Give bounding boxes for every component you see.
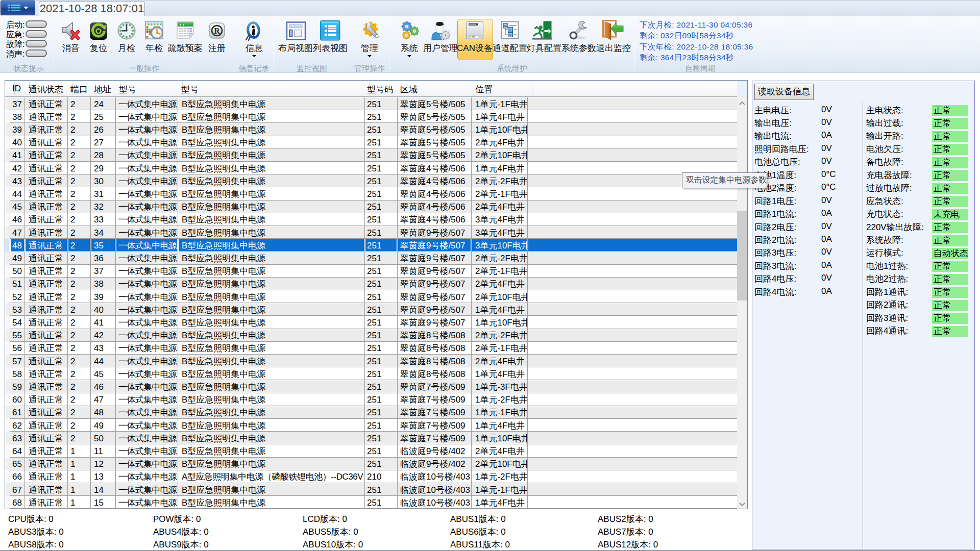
svg-text:R: R [214,27,220,35]
